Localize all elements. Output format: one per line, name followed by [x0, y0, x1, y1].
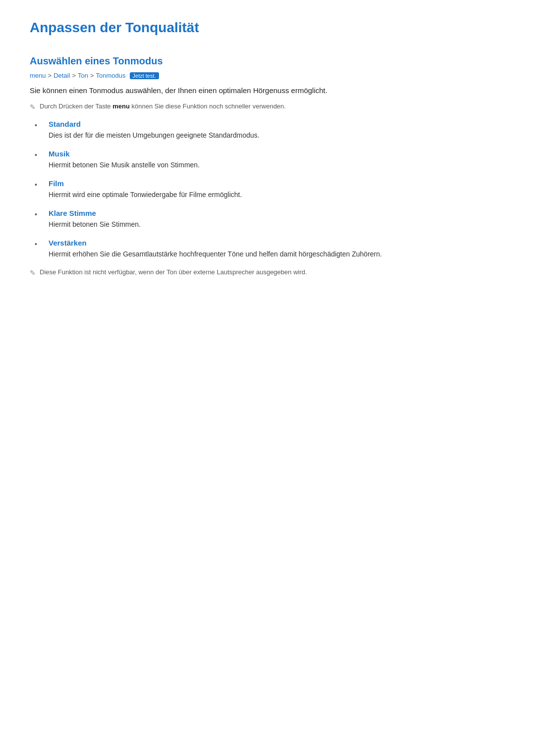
breadcrumb-sep-2: >	[72, 72, 76, 79]
breadcrumb-badge: Jetzt test.	[130, 72, 159, 79]
section-title: Auswählen eines Tonmodus	[30, 55, 505, 67]
list-item: Klare Stimme Hiermit betonen Sie Stimmen…	[35, 209, 505, 230]
bullet-2	[35, 150, 49, 159]
bullet-3	[35, 179, 49, 189]
list-item-content-2: Musik Hiermit betonen Sie Musik anstelle…	[49, 150, 505, 170]
list-item-title-5: Verstärken	[49, 239, 505, 247]
shortcut-note-text: Durch Drücken der Taste menu können Sie …	[40, 102, 286, 110]
bullet-1	[35, 120, 49, 129]
bottom-note-text: Diese Funktion ist nicht verfügbar, wenn…	[40, 268, 307, 276]
list-item: Verstärken Hiermit erhöhen Sie die Gesam…	[35, 239, 505, 259]
breadcrumb-menu[interactable]: menu	[30, 72, 46, 79]
breadcrumb-sep-1: >	[48, 72, 52, 79]
list-item-desc-5: Hiermit erhöhen Sie die Gesamtlautstärke…	[49, 249, 505, 259]
list-item-desc-3: Hiermit wird eine optimale Tonwiedergabe…	[49, 190, 505, 200]
list-item-content-4: Klare Stimme Hiermit betonen Sie Stimmen…	[49, 209, 505, 230]
bullet-4	[35, 209, 49, 218]
list-item-desc-2: Hiermit betonen Sie Musik anstelle von S…	[49, 160, 505, 170]
shortcut-suffix: können Sie diese Funktion noch schneller…	[130, 102, 286, 110]
shortcut-note: ✎ Durch Drücken der Taste menu können Si…	[30, 102, 505, 111]
breadcrumb-tonmodus[interactable]: Tonmodus	[96, 72, 126, 79]
list-item: Musik Hiermit betonen Sie Musik anstelle…	[35, 150, 505, 170]
list-item-content-1: Standard Dies ist der für die meisten Um…	[49, 120, 505, 141]
intro-text: Sie können einen Tonmodus auswählen, der…	[30, 86, 505, 95]
breadcrumb-sep-3: >	[90, 72, 94, 79]
shortcut-key: menu	[112, 102, 130, 110]
list-item-desc-4: Hiermit betonen Sie Stimmen.	[49, 219, 505, 230]
breadcrumb-ton[interactable]: Ton	[78, 72, 88, 79]
list-item: Film Hiermit wird eine optimale Tonwiede…	[35, 179, 505, 200]
list-item: Standard Dies ist der für die meisten Um…	[35, 120, 505, 141]
mode-list: Standard Dies ist der für die meisten Um…	[35, 120, 505, 259]
pencil-icon: ✎	[30, 103, 36, 111]
list-item-title-2: Musik	[49, 150, 505, 158]
pencil-icon-bottom: ✎	[30, 269, 36, 277]
breadcrumb-detail[interactable]: Detail	[54, 72, 70, 79]
list-item-title-1: Standard	[49, 120, 505, 128]
bottom-note: ✎ Diese Funktion ist nicht verfügbar, we…	[30, 268, 505, 277]
page-title: Anpassen der Tonqualität	[30, 20, 505, 36]
list-item-content-5: Verstärken Hiermit erhöhen Sie die Gesam…	[49, 239, 505, 259]
list-item-content-3: Film Hiermit wird eine optimale Tonwiede…	[49, 179, 505, 200]
list-item-title-3: Film	[49, 179, 505, 188]
list-item-title-4: Klare Stimme	[49, 209, 505, 217]
breadcrumb: menu > Detail > Ton > Tonmodus Jetzt tes…	[30, 72, 505, 79]
bullet-5	[35, 239, 49, 248]
list-item-desc-1: Dies ist der für die meisten Umgebungen …	[49, 130, 505, 141]
shortcut-prefix: Durch Drücken der Taste	[40, 102, 112, 110]
